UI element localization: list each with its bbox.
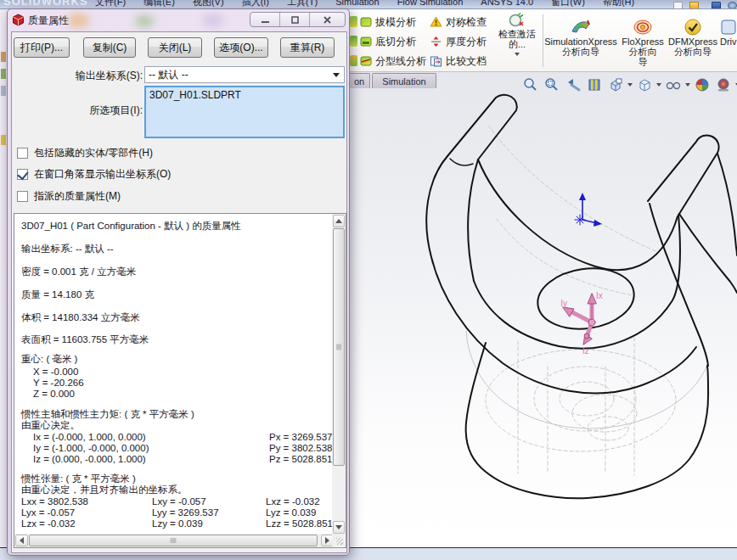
horizontal-scroll-thumb[interactable]: [29, 535, 318, 546]
results-lxy: Lxy = -0.057: [152, 496, 206, 507]
resize-grip[interactable]: [332, 534, 345, 546]
left-toolbar-strip: [0, 9, 7, 547]
close-dialog-button[interactable]: 关闭(L): [148, 37, 202, 58]
close-button[interactable]: [310, 13, 345, 26]
principal-axis-iz-label: Iz: [582, 346, 589, 356]
print-button[interactable]: 打印(P)...: [14, 37, 70, 58]
results-pz: Pz = 5028.851: [269, 454, 333, 464]
results-lxz: Lxz = -0.032: [266, 496, 320, 507]
results-lyy: Lyy = 3269.537: [152, 507, 219, 518]
restore-button[interactable]: [280, 13, 310, 26]
minimize-button[interactable]: [250, 13, 280, 26]
results-iy: Iy = (-1.000, -0.000, 0.000): [33, 443, 149, 453]
results-com-x: X = -0.000: [33, 367, 78, 377]
origin-triad: [575, 193, 602, 227]
combo-arrow-icon[interactable]: [333, 73, 340, 77]
results-lyz: Lyz = 0.039: [266, 507, 316, 518]
scroll-up-button[interactable]: [333, 215, 345, 227]
clipped-icon: [1, 52, 6, 62]
results-lzy: Lzy = 0.039: [152, 518, 203, 529]
output-coord-combobox[interactable]: -- 默认 --: [144, 66, 345, 83]
vertical-scrollbar[interactable]: [332, 214, 346, 535]
results-tensor-note: 由重心决定，并且对齐输出的坐标系。: [21, 484, 188, 496]
include-hidden-checkbox[interactable]: 包括隐藏的实体/零部件(H): [17, 146, 153, 160]
results-py: Py = 3802.538: [269, 443, 333, 453]
dialog-client-area: 打印(P)... 复制(C) 关闭(L) 选项(O)... 重算(R) 输出坐标…: [11, 31, 347, 553]
results-surface-area: 表面积 = 11603.755 平方毫米: [21, 333, 149, 346]
dialog-title: 质量属性: [28, 14, 69, 28]
results-lzx: Lzx = -0.032: [21, 518, 76, 529]
show-coord-in-corner-checkbox[interactable]: 在窗口角落显示输出坐标系(O): [17, 167, 171, 182]
window-controls: [250, 12, 346, 27]
principal-axis-ix-label: Ix: [596, 291, 603, 300]
results-com-z: Z = 0.000: [33, 389, 75, 399]
results-com-title: 重心: ( 毫米 ): [21, 353, 77, 366]
clipped-icon: [1, 135, 6, 145]
solidworks-icon: [12, 14, 25, 26]
results-lzz: Lzz = 5028.851: [266, 518, 333, 529]
results-com-y: Y = -20.266: [33, 378, 84, 388]
results-mass: 质量 = 14.180 克: [21, 288, 94, 301]
clipped-icon: [1, 69, 6, 79]
results-px: Px = 3269.537: [269, 432, 333, 442]
scroll-down-button[interactable]: [333, 521, 345, 534]
selected-items-list[interactable]: 3D07_H01.SLDPRT: [144, 86, 345, 138]
solidworks-window: SOLIDWORKS 文件(F) 编辑(E) 视图(V) 插入(I) 工具(T)…: [0, 0, 737, 560]
vertical-scroll-thumb[interactable]: [333, 228, 345, 466]
results-header: 3D07_H01 ( Part Configuration - 默认 ) 的质量…: [21, 220, 241, 232]
results-volume: 体积 = 14180.334 立方毫米: [21, 311, 140, 324]
recalculate-button[interactable]: 重算(R): [280, 37, 335, 58]
selected-items-label: 所选项目(I):: [46, 104, 143, 118]
copy-button[interactable]: 复制(C): [83, 37, 136, 58]
hidden-edges: [486, 126, 676, 475]
results-density: 密度 = 0.001 克 / 立方毫米: [21, 266, 136, 278]
checkbox-icon[interactable]: [17, 191, 28, 202]
output-coord-label: 输出坐标系(S):: [46, 69, 143, 83]
options-button[interactable]: 选项(O)...: [214, 37, 268, 58]
mass-properties-dialog: 质量属性 打印(P)... 复制(C) 关闭(L) 选项(O)... 重算(R)…: [7, 8, 350, 556]
visible-edges: [426, 95, 737, 499]
assigned-mass-props-checkbox[interactable]: 指派的质量属性(M): [17, 189, 121, 204]
results-lyx: Lyx = -0.057: [21, 507, 75, 518]
checkbox-icon[interactable]: [17, 169, 28, 180]
results-iz: Iz = (0.000, -0.000, 1.000): [33, 454, 146, 464]
scroll-left-button[interactable]: [15, 535, 28, 546]
horizontal-scrollbar[interactable]: [14, 534, 335, 547]
mass-properties-results[interactable]: 3D07_H01 ( Part Configuration - 默认 ) 的质量…: [14, 213, 346, 548]
principal-axis-iy-label: Iy: [560, 299, 567, 308]
results-lxx: Lxx = 3802.538: [21, 496, 88, 507]
results-principal-note: 由重心决定。: [21, 419, 80, 432]
checkbox-icon[interactable]: [17, 148, 28, 159]
clipped-icon: [1, 86, 6, 96]
results-ix: Ix = (-0.000, 1.000, 0.000): [33, 432, 146, 442]
principal-axes-triad: Ix Iy Iz: [560, 291, 603, 356]
results-coord-line: 输出坐标系: -- 默认 --: [21, 243, 114, 255]
selected-item[interactable]: 3D07_H01.SLDPRT: [149, 89, 241, 101]
